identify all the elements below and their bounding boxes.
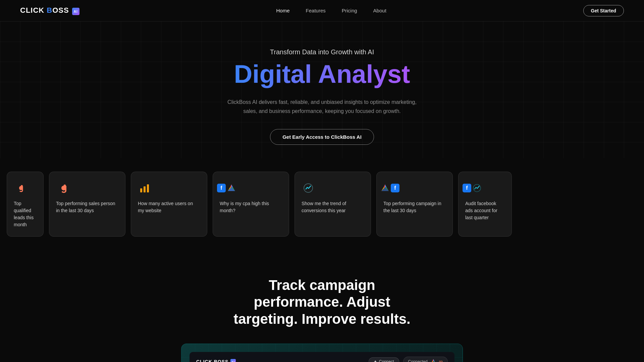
dashboard-connect-button[interactable]: ✦ Connect: [369, 357, 399, 362]
card-label: Top qualified leads this month: [14, 200, 37, 228]
list-item[interactable]: f Audit facebook ads account for last qu…: [458, 172, 512, 237]
hero-subtitle: Transform Data into Growth with AI: [270, 48, 374, 56]
track-section: Track campaign performance. Adjust targe…: [0, 257, 644, 362]
hero-description: ClickBoss AI delivers fast, reliable, an…: [225, 98, 419, 116]
dashboard-logo: CLICK BOSS AI: [196, 359, 236, 362]
svg-marker-11: [228, 187, 235, 191]
card-label: How many active users on my website: [138, 200, 200, 214]
list-item[interactable]: f Top performing campaign in the last 30…: [376, 172, 453, 237]
card-label: Top performing campaign in the last 30 d…: [383, 200, 446, 214]
google-ads-small-icon: [430, 359, 436, 362]
card-label: Why is my cpa high this month?: [220, 200, 282, 214]
svg-rect-5: [147, 184, 149, 192]
connect-sparkle-icon: ✦: [374, 359, 377, 362]
list-item[interactable]: f Why is my cpa high this month?: [213, 172, 289, 237]
fb-trend-icon: f: [465, 181, 479, 195]
navbar: CLICK BOSS AI Home Features Pricing Abou…: [0, 0, 644, 21]
logo-ai-badge: AI: [72, 8, 79, 15]
hubspot-icon: [56, 181, 69, 195]
hubspot-connected-icon: ∞: [439, 359, 443, 362]
nav-home[interactable]: Home: [276, 8, 290, 13]
svg-rect-4: [144, 186, 146, 192]
cards-section: Top qualified leads this month Top perfo…: [0, 158, 644, 257]
logo: CLICK BOSS AI: [20, 6, 79, 15]
list-item[interactable]: Top performing sales person in the last …: [49, 172, 125, 237]
dashboard-header: CLICK BOSS AI ✦ Connect Connected: [190, 352, 454, 362]
nav-links: Home Features Pricing About: [276, 8, 386, 13]
card-label: Audit facebook ads account for last quar…: [465, 200, 505, 221]
card-label: Top performing sales person in the last …: [56, 200, 118, 214]
get-started-button[interactable]: Get Started: [583, 5, 624, 16]
dashboard-ai-badge: AI: [230, 359, 236, 362]
svg-marker-18: [381, 187, 389, 191]
connect-label: Connect: [379, 359, 394, 362]
logo-highlight: B: [47, 6, 52, 14]
google-fb-icon: f: [383, 181, 397, 195]
fb-google-icon: f: [220, 181, 233, 195]
list-item[interactable]: Show me the trend of conversions this ye…: [294, 172, 371, 237]
dashboard-connected-status: Connected ∞: [403, 357, 448, 362]
track-title: Track campaign performance. Adjust targe…: [228, 277, 416, 327]
nav-pricing[interactable]: Pricing: [342, 8, 357, 13]
hero-title: Digital Analyst: [234, 60, 410, 88]
list-item[interactable]: Top qualified leads this month: [7, 172, 44, 237]
list-item[interactable]: How many active users on my website: [131, 172, 207, 237]
connected-label: Connected: [408, 359, 428, 362]
hero-cta-button[interactable]: Get Early Access to ClickBoss AI: [270, 129, 374, 145]
nav-about[interactable]: About: [373, 8, 386, 13]
dashboard-connect-area: ✦ Connect Connected ∞: [369, 357, 448, 362]
hubspot-icon: [14, 181, 27, 195]
dashboard-logo-text: CLICK BOSS: [196, 359, 228, 362]
card-label: Show me the trend of conversions this ye…: [302, 200, 364, 214]
dashboard-preview: CLICK BOSS AI ✦ Connect Connected: [181, 344, 463, 362]
cards-track: Top qualified leads this month Top perfo…: [0, 172, 644, 237]
trend-icon: [302, 181, 315, 195]
nav-features[interactable]: Features: [306, 8, 326, 13]
chart-bars-icon: [138, 181, 151, 195]
svg-rect-3: [140, 188, 142, 192]
hero-section: Transform Data into Growth with AI Digit…: [0, 21, 644, 158]
dashboard-inner: CLICK BOSS AI ✦ Connect Connected: [190, 352, 454, 362]
